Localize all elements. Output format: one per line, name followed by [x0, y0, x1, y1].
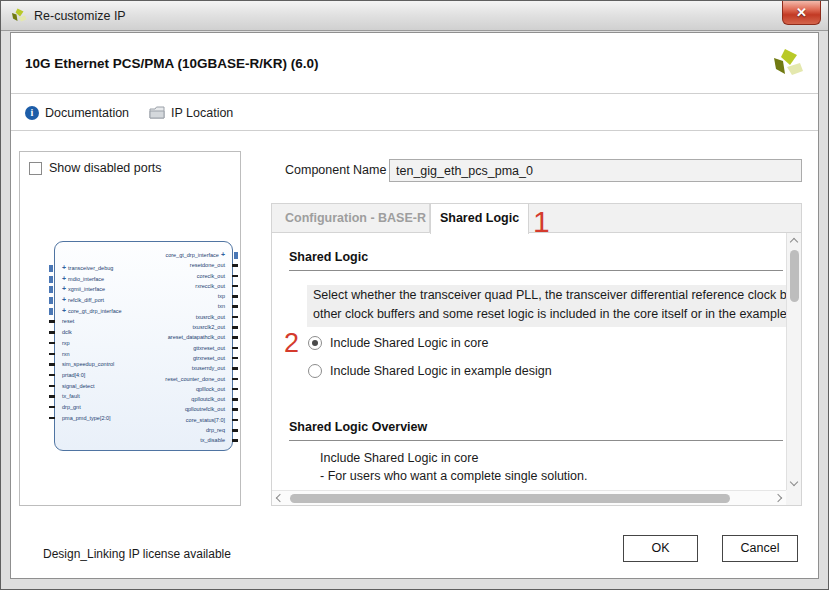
annotation-1: 1 — [533, 205, 550, 239]
cancel-button[interactable]: Cancel — [722, 535, 798, 562]
port-stub-icon — [49, 363, 55, 366]
port-row: txp — [165, 291, 225, 301]
show-disabled-ports-checkbox[interactable] — [29, 162, 42, 175]
port-row: gtrxreset_out — [165, 353, 225, 363]
radio-include-in-example[interactable]: Include Shared Logic in example design — [308, 364, 552, 378]
expand-plus-icon[interactable] — [62, 306, 66, 317]
port-label: tx_disable — [200, 437, 225, 443]
horizontal-scrollbar[interactable] — [272, 490, 788, 505]
close-icon[interactable] — [782, 1, 821, 25]
interface-label: refclk_diff_port — [68, 297, 104, 303]
port-row: qplloutclk_out — [165, 394, 225, 404]
heading-rule — [289, 270, 783, 271]
license-status-text: Design_Linking IP license available — [43, 547, 231, 561]
interface-label: core_gt_drp_interface — [68, 308, 122, 314]
ok-button[interactable]: OK — [623, 535, 698, 562]
show-disabled-ports-label: Show disabled ports — [49, 161, 162, 175]
port-row: tx_disable — [165, 435, 225, 445]
component-name-input[interactable] — [389, 159, 802, 182]
port-label: tx_fault — [62, 393, 80, 399]
radio-include-in-core-label: Include Shared Logic in core — [330, 336, 488, 350]
interface-row[interactable]: core_gt_drp_interface — [62, 306, 122, 317]
radio-selected-icon[interactable] — [308, 336, 322, 350]
scroll-right-icon[interactable] — [774, 494, 782, 502]
port-label: areset_datapathclk_out — [168, 334, 225, 340]
interface-label: mdio_interface — [68, 276, 104, 282]
port-stub-icon — [232, 367, 238, 370]
port-label: txp — [218, 293, 225, 299]
port-label: qplloutrefclk_out — [185, 406, 225, 412]
port-row: tx_fault — [62, 391, 122, 402]
port-row: coreclk_out — [165, 271, 225, 281]
folder-icon — [149, 106, 165, 119]
port-label: rxn — [62, 351, 70, 357]
window-title: Re-customize IP — [34, 1, 126, 31]
port-row: dclk — [62, 327, 122, 338]
port-row: txuserrdy_out — [165, 363, 225, 373]
horizontal-scroll-thumb[interactable] — [290, 494, 730, 503]
port-row: rxp — [62, 338, 122, 349]
ip-location-button[interactable]: IP Location — [149, 94, 233, 131]
ip-location-label: IP Location — [171, 106, 233, 120]
dialog-header: 10G Ethernet PCS/PMA (10GBASE-R/KR) (6.0… — [11, 33, 818, 94]
port-label: txusrclk2_out — [193, 324, 225, 330]
port-stub-icon — [232, 429, 238, 432]
port-stub-icon — [232, 378, 238, 381]
interface-label: core_gt_drp_interface — [165, 252, 219, 258]
left-interface-list: transceiver_debug mdio_interface xgmii_i… — [62, 263, 122, 316]
show-disabled-ports-row[interactable]: Show disabled ports — [29, 161, 162, 175]
interface-row[interactable]: transceiver_debug — [62, 263, 122, 274]
interface-stub-icon — [49, 286, 53, 293]
port-label: qplloutclk_out — [191, 396, 225, 402]
info-icon — [25, 106, 39, 120]
symbol-left-column: transceiver_debug mdio_interface xgmii_i… — [62, 263, 122, 423]
port-label: qplllock_out — [196, 386, 225, 392]
port-row: reset — [62, 316, 122, 327]
tab-shared-logic[interactable]: Shared Logic — [430, 204, 529, 234]
description-line-2: other clock buffers and some reset logic… — [313, 307, 787, 321]
scroll-up-icon[interactable] — [790, 238, 798, 246]
port-stub-icon — [232, 305, 238, 308]
vertical-scroll-thumb[interactable] — [790, 250, 799, 302]
port-stub-icon — [232, 439, 238, 442]
interface-stub-icon — [234, 252, 238, 259]
port-row: core_status[7:0] — [165, 415, 225, 425]
tab-configuration-base-r[interactable]: Configuration - BASE-R — [272, 204, 430, 233]
port-label: txusrclk_out — [196, 314, 225, 320]
expand-plus-icon[interactable] — [62, 274, 66, 285]
port-label: rxrecclk_out — [195, 283, 225, 289]
right-port-list: resetdone_out coreclk_out rxrecclk_out t… — [165, 260, 225, 445]
interface-row[interactable]: core_gt_drp_interface — [165, 250, 225, 260]
port-label: resetdone_out — [190, 262, 225, 268]
port-stub-icon — [49, 374, 55, 377]
vertical-scrollbar[interactable] — [786, 233, 801, 492]
interface-row[interactable]: refclk_diff_port — [62, 295, 122, 306]
expand-plus-icon[interactable] — [62, 295, 66, 306]
port-stub-icon — [49, 385, 55, 388]
title-bar[interactable]: Re-customize IP — [1, 1, 828, 31]
toolbar: Documentation IP Location — [11, 94, 818, 131]
interface-stub-icon — [49, 308, 53, 315]
documentation-button[interactable]: Documentation — [25, 94, 129, 131]
radio-include-in-core[interactable]: Include Shared Logic in core — [308, 336, 488, 350]
port-stub-icon — [49, 417, 55, 420]
interface-label: transceiver_debug — [68, 265, 113, 271]
interface-row[interactable]: xgmii_interface — [62, 284, 122, 295]
expand-plus-icon[interactable] — [62, 263, 66, 274]
expand-plus-icon[interactable] — [62, 284, 66, 295]
port-stub-icon — [232, 275, 238, 278]
port-stub-icon — [49, 342, 55, 345]
port-stub-icon — [232, 316, 238, 319]
scroll-left-icon[interactable] — [276, 494, 284, 502]
ip-symbol: transceiver_debug mdio_interface xgmii_i… — [54, 241, 233, 451]
interface-row[interactable]: mdio_interface — [62, 274, 122, 285]
scrollbar-corner — [786, 490, 801, 505]
port-label: reset_counter_done_out — [165, 376, 225, 382]
overview-line-2: - For users who want a complete single s… — [320, 469, 588, 483]
dialog-body: 10G Ethernet PCS/PMA (10GBASE-R/KR) (6.0… — [10, 32, 819, 579]
port-label: pma_pmd_type[2:0] — [62, 415, 111, 421]
expand-plus-icon[interactable] — [221, 250, 225, 260]
scroll-down-icon[interactable] — [790, 478, 798, 486]
port-label: prtad[4:0] — [62, 372, 85, 378]
radio-unselected-icon[interactable] — [308, 364, 322, 378]
